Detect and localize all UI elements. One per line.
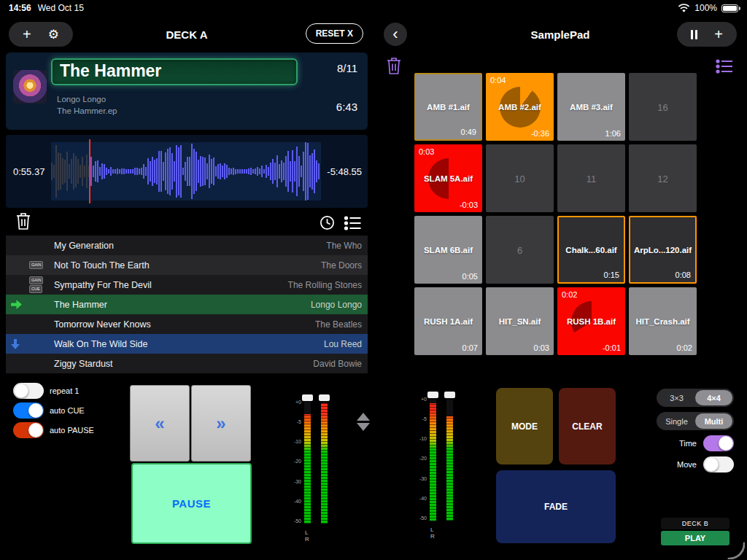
add-sample-button[interactable]: +: [711, 27, 726, 42]
fader-cap[interactable]: [302, 394, 313, 401]
sample-pad-AMB #2.aif[interactable]: 0:04AMB #2.aif-0:36: [486, 73, 554, 141]
battery-icon: [721, 4, 738, 12]
waveform-bars: [51, 142, 321, 201]
segment-option-3×3[interactable]: 3×3: [658, 390, 695, 405]
deck-toggles: repeat 1auto CUEauto PAUSE: [13, 383, 94, 438]
pad-name: AMB #1.aif: [416, 103, 481, 112]
sample-pad-RUSH 1B.aif[interactable]: 0:02RUSH 1B.aif-0:01: [557, 287, 625, 355]
sample-pad-RUSH 1A.aif[interactable]: RUSH 1A.aif0:07: [414, 287, 482, 355]
switch-label: Time: [679, 439, 697, 448]
previous-track-button[interactable]: «: [130, 385, 190, 462]
playlist-row[interactable]: Walk On The Wild SideLou Reed: [6, 334, 368, 354]
sample-pad-11[interactable]: 11: [557, 144, 625, 212]
next-track-button[interactable]: »: [191, 385, 251, 462]
sample-pad-HIT_Crash.aif[interactable]: HIT_Crash.aif0:02: [629, 287, 697, 355]
segment-option-Multi[interactable]: Multi: [695, 413, 732, 429]
pad-time: 0:02: [677, 343, 692, 352]
resize-down-icon: [357, 423, 370, 431]
sample-pad-AMB #1.aif[interactable]: AMB #1.aif0:49: [414, 73, 482, 141]
history-icon[interactable]: [319, 214, 336, 231]
pause-all-button[interactable]: [688, 30, 700, 39]
playlist-row[interactable]: Ziggy StardustDavid Bowie: [6, 354, 368, 373]
pad-number: 12: [657, 173, 667, 184]
pad-grid: AMB #1.aif0:490:04AMB #2.aif-0:36AMB #3.…: [414, 73, 697, 355]
playlist-track-artist: David Bowie: [313, 359, 362, 369]
sample-pad-12[interactable]: 12: [629, 144, 697, 212]
fader-cap[interactable]: [319, 394, 330, 401]
sample-pad-6[interactable]: 6: [486, 216, 554, 284]
next-track-arrow-icon: [10, 338, 29, 350]
pad-name: RUSH 1B.aif: [557, 317, 625, 326]
pad-time: -0:36: [531, 129, 549, 138]
track-artist: Longo Longo: [57, 95, 106, 104]
sample-pad-AMB #3.aif[interactable]: AMB #3.aif1:06: [557, 73, 625, 141]
grid-size-segment: 3×34×4: [657, 389, 734, 407]
pad-time: 0:07: [462, 343, 478, 352]
sample-pad-Chalk...60.aif[interactable]: Chalk...60.aif0:15: [557, 216, 625, 284]
track-album: The Hammer.ep: [57, 106, 117, 115]
meter-bar-left: [304, 400, 311, 524]
now-playing-card: The Hammer 8/11 Longo Longo The Hammer.e…: [6, 52, 368, 130]
remaining-time: -5:48.55: [327, 166, 362, 177]
toggle-auto-cue[interactable]: [13, 402, 44, 419]
album-art: [13, 70, 47, 104]
sample-pad-HIT_SN.aif[interactable]: HIT_SN.aif0:03: [486, 287, 554, 355]
switch-label: Move: [677, 460, 697, 469]
waveform-display[interactable]: 0:55.37 -5:48.55: [6, 135, 368, 208]
screen-corner-mark: [727, 542, 745, 559]
pad-time: -0:03: [460, 201, 478, 209]
playlist-row[interactable]: GAINNot To Touch The EarthThe Doors: [6, 255, 368, 275]
sample-list-icon[interactable]: [715, 58, 734, 74]
playlist-icon[interactable]: [344, 215, 362, 231]
toggle-label: auto CUE: [50, 406, 85, 415]
toggle-label: auto PAUSE: [50, 426, 94, 435]
fade-button[interactable]: FADE: [496, 470, 616, 543]
mode-button[interactable]: MODE: [496, 388, 553, 464]
pad-number: 6: [517, 244, 522, 255]
pad-name: AMB #2.aif: [486, 103, 554, 112]
switch-move[interactable]: [703, 456, 734, 472]
playlist-track-title: My Generation: [54, 241, 326, 251]
pad-time: -0:01: [603, 343, 621, 352]
meter-channel-labels: L R: [305, 529, 338, 542]
pad-time: 1:06: [605, 129, 621, 138]
pad-elapsed-time: 0:02: [562, 290, 577, 299]
status-bar: 14:56 Wed Oct 15 100%: [0, 0, 747, 16]
pad-name: HIT_SN.aif: [486, 317, 554, 326]
status-date: Wed Oct 15: [38, 3, 84, 13]
segment-option-Single[interactable]: Single: [658, 413, 695, 429]
pad-name: HIT_Crash.aif: [629, 317, 697, 326]
playlist-row[interactable]: My GenerationThe Who: [6, 236, 368, 255]
playlist-track-title: The Hammer: [54, 300, 311, 310]
segment-option-4×4[interactable]: 4×4: [695, 390, 732, 405]
pause-button[interactable]: PAUSE: [131, 463, 252, 544]
sample-pad-SLAM 6B.aif[interactable]: SLAM 6B.aif0:05: [414, 216, 482, 284]
split-view-handle[interactable]: [355, 413, 371, 431]
deck-b-play-button[interactable]: PLAY: [661, 531, 729, 545]
pad-number: 16: [657, 101, 667, 112]
playlist-row[interactable]: The HammerLongo Longo: [6, 295, 368, 314]
sample-pad-10[interactable]: 10: [486, 144, 554, 212]
track-duration: 6:43: [336, 101, 357, 113]
sample-pad-16[interactable]: 16: [629, 73, 697, 141]
sample-pad-SLAM 5A.aif[interactable]: 0:03SLAM 5A.aif-0:03: [414, 144, 482, 212]
delete-track-icon[interactable]: [15, 211, 32, 230]
sample-pad-ArpLo...120.aif[interactable]: ArpLo...120.aif0:08: [629, 216, 697, 284]
toggle-auto-pause[interactable]: [13, 422, 44, 438]
fader-cap[interactable]: [444, 392, 455, 398]
playlist-row[interactable]: Tomorrow Never KnowsThe Beatles: [6, 314, 368, 334]
pad-time: 0:03: [534, 343, 549, 352]
fader-cap[interactable]: [427, 392, 438, 398]
playlist-row[interactable]: GAINCUESympathy For The DevilThe Rolling…: [6, 275, 368, 295]
reset-button[interactable]: RESET X: [306, 23, 363, 44]
toggle-repeat-1[interactable]: [13, 383, 44, 399]
switch-time[interactable]: [703, 435, 734, 451]
playlist-track-artist: Longo Longo: [311, 300, 362, 310]
samplepad-toolbar: +: [677, 22, 737, 47]
pad-name: Chalk...60.aif: [559, 246, 624, 254]
delete-sample-icon[interactable]: [385, 56, 403, 75]
battery-percent: 100%: [694, 3, 717, 13]
pad-name: RUSH 1A.aif: [414, 317, 482, 326]
clear-button[interactable]: CLEAR: [559, 388, 616, 464]
play-mode-segment: SingleMulti: [657, 412, 734, 430]
